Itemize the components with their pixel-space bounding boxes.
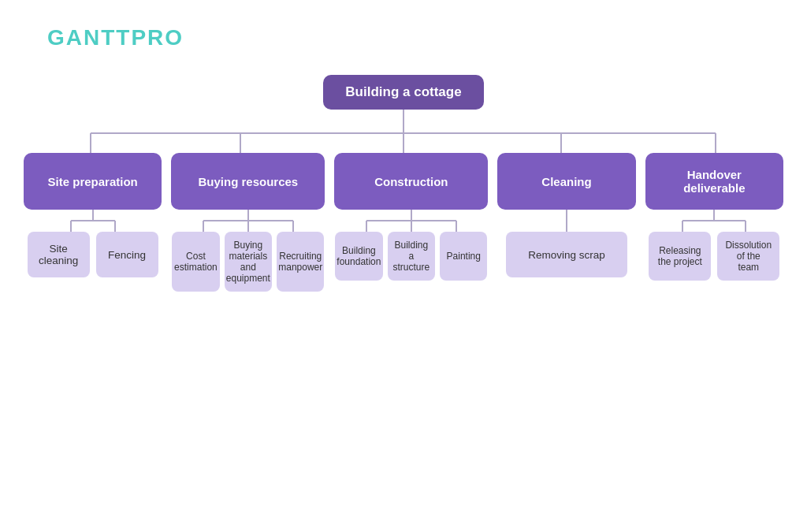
- child-cost-estimation: Cost estimation: [172, 232, 219, 292]
- col5-connector: [647, 210, 781, 232]
- column-cleaning: Cleaning Removing scrap: [497, 153, 635, 277]
- child-building-structure: Building a structure: [388, 232, 435, 281]
- node-construction: Construction: [334, 153, 488, 210]
- col4-connector: [504, 210, 630, 232]
- node-buying-resources: Buying resources: [171, 153, 325, 210]
- column-site-preparation: Site preparation Site cleaning Fencing: [24, 153, 162, 277]
- node-cleaning: Cleaning: [497, 153, 635, 210]
- col1-connector: [30, 210, 156, 232]
- child-releasing-project: Releasing the project: [649, 232, 711, 281]
- child-building-foundation: Building foundation: [335, 232, 382, 281]
- child-site-cleaning: Site cleaning: [28, 232, 90, 277]
- chart-container: Building a cottage Site preparation Site…: [0, 75, 807, 524]
- node-handover: Handover deliverable: [645, 153, 783, 210]
- root-connector-svg: [0, 110, 807, 153]
- node-site-preparation: Site preparation: [24, 153, 162, 210]
- column-construction: Construction Building foundation Buildin…: [334, 153, 488, 281]
- column-buying-resources: Buying resources Cost estimation Buying …: [171, 153, 325, 292]
- child-dissolution-team: Dissolution of the team: [717, 232, 779, 281]
- level1-row: Site preparation Site cleaning Fencing B…: [0, 153, 807, 292]
- child-recruiting-manpower: Recruiting manpower: [277, 232, 324, 292]
- child-removing-scrap: Removing scrap: [506, 232, 627, 277]
- root-node: Building a cottage: [323, 75, 483, 110]
- child-buying-materials: Buying materials and equipment: [225, 232, 272, 292]
- logo: GANTTPRO: [47, 25, 184, 50]
- column-handover: Handover deliverable Releasing the proje…: [645, 153, 783, 281]
- child-fencing: Fencing: [96, 232, 158, 277]
- col2-connector: [181, 210, 315, 232]
- col3-connector: [344, 210, 478, 232]
- child-painting: Painting: [440, 232, 487, 281]
